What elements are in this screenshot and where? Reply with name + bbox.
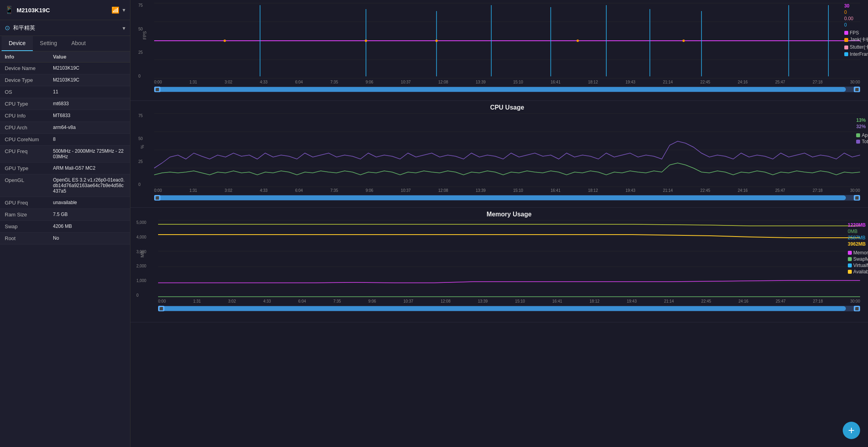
cpu-chart-section: CPU Usage % 75 50 25 0 <box>130 101 868 208</box>
row-label: CPU Info <box>5 113 53 119</box>
cpu-x-14: 21:14 <box>663 188 673 193</box>
fps-x-1: 1:31 <box>189 80 197 84</box>
cpu-ytick-50: 50 <box>138 136 143 141</box>
cpu-scrollbar-right-handle[interactable]: ⬛ <box>854 195 860 201</box>
cpu-x-19: 30:00 <box>850 188 860 193</box>
app-cpu-value: 13% <box>856 117 868 123</box>
mem-legend-swap-dot <box>848 257 852 261</box>
table-row: CPU Info MT6833 <box>0 110 130 122</box>
virtual-value: 2587MB <box>848 235 868 241</box>
fps-scrollbar-left-handle[interactable]: ⬛ <box>154 87 160 92</box>
row-label: CPU Type <box>5 101 53 107</box>
mem-legend-virtual-label: VirtualMemory <box>853 263 868 268</box>
cpu-x-4: 6:04 <box>295 188 303 193</box>
sidebar: 📱 M2103K19C 📶 ▾ ⊙ 和平精英 ▾ Device Setting … <box>0 0 130 447</box>
table-row: OpenGL OpenGL ES 3.2 v1.r26p0-01eac0.db1… <box>0 174 130 197</box>
info-table-header: Info Value <box>0 51 130 63</box>
game-name-label: 和平精英 <box>13 25 119 32</box>
mem-ytick-0: 0 <box>136 293 146 297</box>
memory-scrollbar-right-handle[interactable]: ⬛ <box>854 306 860 311</box>
mem-ytick-4000: 4,000 <box>136 235 146 239</box>
cpu-scrollbar-track[interactable]: ⬛ ⬛ <box>154 195 860 201</box>
row-value: 4206 MB <box>53 224 125 229</box>
cpu-legend-app: AppCPU <box>856 133 868 138</box>
memory-scrollbar-track[interactable]: ⬛ ⬛ <box>158 306 860 311</box>
fps-scrollbar-track[interactable]: ⬛ ⬛ <box>154 87 860 92</box>
fps-y-label: FPS <box>142 31 147 39</box>
fps-chart-area: FPS 75 50 25 0 <box>154 3 860 78</box>
tab-device[interactable]: Device <box>2 36 33 51</box>
row-label: CPU Arch <box>5 125 53 131</box>
fps-x-10: 15:10 <box>513 80 523 84</box>
cpu-values: 13% 32% AppCPU TotalCPU <box>856 117 868 144</box>
fps-legend-fps-dot <box>844 31 848 35</box>
row-value: MT6833 <box>53 113 125 118</box>
mem-x-10: 15:10 <box>515 299 525 303</box>
mem-legend-available-label: AvailableMe... <box>853 269 868 275</box>
cpu-scrollbar-thumb <box>154 195 846 200</box>
row-value: mt6833 <box>53 101 125 106</box>
fps-chart-svg <box>154 3 860 78</box>
row-value: arm64-v8a <box>53 125 125 130</box>
add-button[interactable]: + <box>843 422 860 439</box>
mem-ytick-2000: 2,000 <box>136 264 146 268</box>
cpu-legend-total-label: TotalCPU <box>862 139 868 144</box>
mem-x-19: 30:00 <box>850 299 860 303</box>
device-icon: 📱 <box>5 6 13 14</box>
cpu-x-10: 15:10 <box>513 188 523 193</box>
fps-x-3: 4:33 <box>260 80 267 84</box>
table-row: Root No <box>0 233 130 244</box>
jank-value: 0 <box>844 9 868 15</box>
memory-value: 1220MB <box>848 222 868 228</box>
row-label: Device Name <box>5 65 53 71</box>
fps-x-5: 7:35 <box>330 80 338 84</box>
fps-value: 30 <box>844 3 868 9</box>
memory-scrollbar-left-handle[interactable]: ⬛ <box>158 306 164 311</box>
fps-scrollbar-right-handle[interactable]: ⬛ <box>854 87 860 92</box>
fps-x-19: 30:00 <box>850 80 860 84</box>
cpu-scrollbar-left-handle[interactable]: ⬛ <box>154 195 160 201</box>
cpu-chart-title: CPU Usage <box>154 104 860 111</box>
mem-x-17: 25:47 <box>776 299 786 303</box>
info-table: Info Value Device Name M2103K19C Device … <box>0 51 130 447</box>
row-label: Device Type <box>5 77 53 83</box>
fps-legend-stutter: Stutter(卡顿率) <box>844 44 868 51</box>
mem-x-14: 21:14 <box>664 299 674 303</box>
fps-legend-stutter-label: Stutter(卡顿率) <box>850 44 868 51</box>
interframe-value: 0 <box>844 22 868 28</box>
table-row: GPU Type ARM Mali-G57 MC2 <box>0 163 130 174</box>
tab-about[interactable]: About <box>64 36 93 51</box>
fps-legend-jank-label: Jank(卡顿次数) <box>850 36 868 43</box>
game-icon: ⊙ <box>5 24 10 32</box>
mem-legend-swap-label: SwapMemory <box>853 256 868 262</box>
mem-x-1: 1:31 <box>193 299 201 303</box>
fps-x-13: 19:43 <box>625 80 635 84</box>
memory-chart-area: MB 5,000 4,000 3,000 2,000 1,000 0 <box>158 220 860 297</box>
mem-x-11: 16:41 <box>552 299 562 303</box>
device-chevron-icon[interactable]: ▾ <box>123 7 125 13</box>
swap-value: 0MB <box>848 229 868 234</box>
mem-x-12: 18:12 <box>590 299 600 303</box>
mem-ytick-5000: 5,000 <box>136 220 146 225</box>
cpu-x-17: 25:47 <box>775 188 785 193</box>
fps-x-9: 13:39 <box>476 80 486 84</box>
mem-x-9: 13:39 <box>478 299 488 303</box>
fps-x-6: 9:06 <box>366 80 373 84</box>
cpu-ytick-25: 25 <box>138 159 143 164</box>
memory-scrollbar-thumb <box>158 306 846 311</box>
fps-x-2: 3:02 <box>225 80 232 84</box>
mem-x-5: 7:35 <box>333 299 341 303</box>
cpu-x-16: 24:16 <box>738 188 748 193</box>
cpu-x-11: 16:41 <box>551 188 560 193</box>
table-row: CPU Arch arm64-v8a <box>0 122 130 134</box>
cpu-x-5: 7:35 <box>330 188 338 193</box>
game-chevron-icon[interactable]: ▾ <box>123 25 125 31</box>
cpu-x-15: 22:45 <box>700 188 710 193</box>
svg-point-18 <box>577 40 579 42</box>
mem-x-0: 0:00 <box>158 299 166 303</box>
table-row: Ram Size 7.5 GB <box>0 209 130 221</box>
device-name-label: M2103K19C <box>17 7 108 13</box>
cpu-legend-total-dot <box>856 140 860 144</box>
mem-x-18: 27:18 <box>813 299 823 303</box>
tab-setting[interactable]: Setting <box>33 36 64 51</box>
